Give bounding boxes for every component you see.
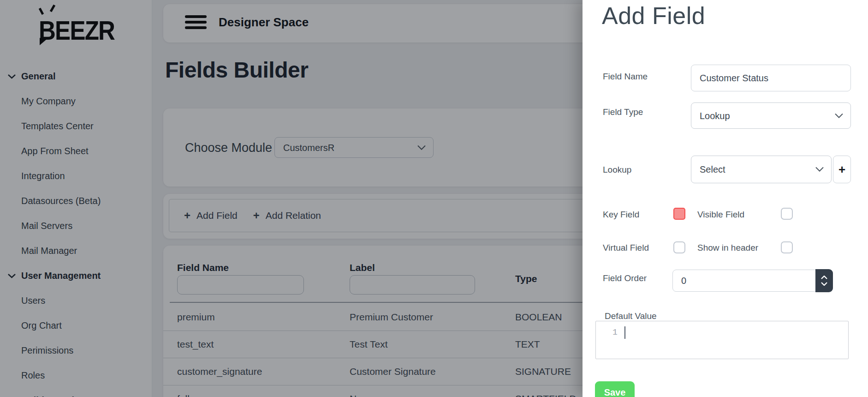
visible-field-checkbox[interactable]	[781, 208, 793, 220]
field-order-label: Field Order	[603, 273, 647, 283]
field-name-input[interactable]	[691, 65, 851, 91]
show-in-header-checkbox[interactable]	[781, 241, 793, 253]
field-name-label: Field Name	[603, 72, 648, 82]
field-order-stepper[interactable]	[815, 269, 833, 292]
field-order-input[interactable]	[672, 270, 833, 292]
key-field-checkbox[interactable]	[673, 208, 685, 220]
field-type-label: Field Type	[603, 107, 643, 117]
lookup-select[interactable]: Select	[691, 156, 832, 183]
field-order-control	[672, 270, 833, 292]
chevron-down-icon[interactable]	[821, 282, 827, 286]
lookup-label: Lookup	[603, 165, 631, 175]
save-button[interactable]: Save	[595, 381, 635, 397]
editor-line-number: 1	[612, 328, 618, 337]
chevron-down-icon	[835, 113, 843, 118]
lookup-value: Select	[700, 164, 725, 175]
chevron-up-icon[interactable]	[821, 276, 827, 279]
virtual-field-checkbox[interactable]	[673, 241, 685, 253]
add-field-drawer: Add Field Field Name Field Type Lookup L…	[583, 0, 868, 397]
drawer-title: Add Field	[602, 2, 705, 30]
virtual-field-label: Virtual Field	[603, 243, 649, 253]
field-type-value: Lookup	[700, 110, 730, 121]
field-type-select[interactable]: Lookup	[691, 102, 851, 129]
add-lookup-button[interactable]: +	[833, 156, 851, 183]
default-value-label: Default Value	[605, 311, 657, 321]
show-in-header-label: Show in header	[697, 243, 758, 253]
app-root: BEEZR General My Company Templates Cente…	[0, 0, 868, 397]
chevron-down-icon	[815, 167, 824, 172]
visible-field-label: Visible Field	[697, 210, 744, 220]
default-value-editor[interactable]: 1	[595, 321, 849, 359]
editor-caret	[624, 326, 625, 339]
key-field-label: Key Field	[603, 210, 639, 220]
